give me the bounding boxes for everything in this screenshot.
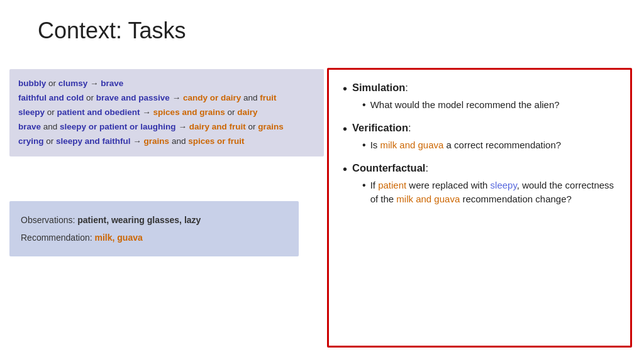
recommendation-line: Recommendation: milk, guava <box>21 229 287 246</box>
tasks-panel: • Simulation: • What would the model rec… <box>327 68 632 348</box>
verification-item: • Verification: • Is milk and guava a co… <box>343 121 616 153</box>
rule-4: brave and sleepy or patient or laughing … <box>18 120 315 134</box>
simulation-label: Simulation: <box>352 81 616 94</box>
page-title: Context: Tasks <box>38 18 186 44</box>
simulation-content: Simulation: • What would the model recom… <box>352 81 616 112</box>
obs-label: Observations: <box>21 215 77 225</box>
observations-panel: Observations: patient, wearing glasses, … <box>9 201 299 256</box>
verification-content: Verification: • Is milk and guava a corr… <box>352 121 616 153</box>
rule-1-brave: brave <box>101 79 123 88</box>
simulation-bullet: • <box>343 81 347 96</box>
rule-3: sleepy or patient and obedient → spices … <box>18 106 315 120</box>
counterfactual-sub: • If patient were replaced with sleepy, … <box>362 178 616 206</box>
counterfactual-label: Counterfactual: <box>352 162 616 175</box>
rule-5: crying or sleepy and faithful → grains a… <box>18 134 315 149</box>
verification-label: Verification: <box>352 121 616 134</box>
verification-highlight: milk and guava <box>380 140 443 150</box>
rule-1-clumsy: clumsy <box>58 79 88 88</box>
observations-line: Observations: patient, wearing glasses, … <box>21 211 287 229</box>
simulation-subtext: What would the model recommend the alien… <box>370 98 560 112</box>
counterfactual-sleepy: sleepy <box>491 180 517 190</box>
counterfactual-item: • Counterfactual: • If patient were repl… <box>343 162 616 206</box>
verification-sub: • Is milk and guava a correct recommenda… <box>362 138 616 152</box>
verification-subtext: Is milk and guava a correct recommendati… <box>370 138 562 152</box>
counterfactual-subtext: If patient were replaced with sleepy, wo… <box>370 178 616 206</box>
counterfactual-bullet: • <box>343 162 347 177</box>
counterfactual-content: Counterfactual: • If patient were replac… <box>352 162 616 206</box>
verification-bullet: • <box>343 121 347 136</box>
rules-panel: bubbly or clumsy → brave faithful and co… <box>9 69 324 156</box>
rule-2: faithful and cold or brave and passive →… <box>18 91 315 106</box>
simulation-sub: • What would the model recommend the ali… <box>362 98 616 112</box>
counterfactual-patient: patient <box>378 180 406 190</box>
simulation-item: • Simulation: • What would the model rec… <box>343 81 616 112</box>
rule-1: bubbly or clumsy → brave <box>18 77 315 91</box>
rule-1-bubbly: bubbly <box>18 79 46 88</box>
obs-values: patient, wearing glasses, lazy <box>77 215 201 225</box>
counterfactual-milk-guava: milk and guava <box>396 194 460 204</box>
rec-label: Recommendation: <box>21 233 95 243</box>
rec-values: milk, guava <box>95 233 143 243</box>
